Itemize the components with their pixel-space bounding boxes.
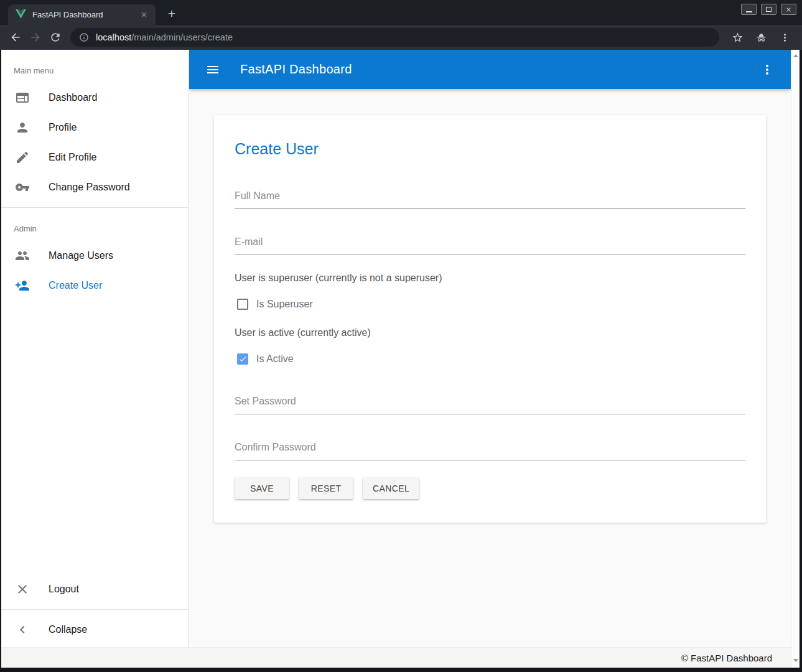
page-viewport: Main menu Dashboard Profile Edit Profile…: [1, 50, 800, 668]
sidebar-item-label: Profile: [49, 122, 77, 133]
sidebar-item-create-user[interactable]: Create User: [1, 271, 188, 301]
kebab-menu-icon: [760, 62, 775, 77]
sidebar-item-logout[interactable]: Logout: [1, 574, 188, 604]
url-host: localhost: [96, 32, 131, 42]
tab-title: FastAPI Dashboard: [32, 10, 132, 19]
confirm-password-field-wrap: [235, 438, 745, 460]
form-buttons: SAVE RESET CANCEL: [235, 477, 745, 499]
back-button[interactable]: [7, 29, 24, 46]
close-icon: [785, 6, 792, 13]
sidebar-item-label: Dashboard: [49, 92, 97, 103]
vue-logo-icon: [16, 9, 26, 20]
set-password-field-wrap: [235, 392, 745, 414]
person-add-icon: [15, 278, 30, 293]
sidebar-item-dashboard[interactable]: Dashboard: [1, 83, 188, 113]
maximize-icon: [766, 7, 772, 12]
browser-toolbar: localhost/main/admin/users/create: [0, 25, 802, 50]
sidebar-section-header: Main menu: [14, 66, 175, 75]
sidebar-item-edit-profile[interactable]: Edit Profile: [1, 142, 188, 172]
checkbox-box-icon: [237, 353, 248, 365]
email-input[interactable]: [235, 233, 745, 255]
active-note: User is active (currently active): [235, 327, 745, 338]
sidebar-item-profile[interactable]: Profile: [1, 113, 188, 142]
bookmark-star-button[interactable]: [729, 29, 745, 45]
page-title: Create User: [235, 140, 745, 158]
content-area: Create User User is superuser (currently…: [189, 89, 791, 647]
window-controls: [741, 4, 796, 15]
browser-chrome: FastAPI Dashboard +: [0, 0, 802, 50]
set-password-input[interactable]: [235, 392, 745, 414]
vertical-scrollbar[interactable]: [791, 50, 800, 668]
sidebar-divider: [1, 609, 188, 610]
sidebar-item-label: Manage Users: [49, 250, 113, 261]
sidebar-item-label: Change Password: [49, 182, 130, 193]
browser-menu-button[interactable]: [776, 29, 793, 45]
minimize-icon: [746, 11, 752, 12]
sidebar-item-collapse[interactable]: Collapse: [1, 615, 188, 645]
chevron-left-icon: [15, 622, 30, 637]
is-superuser-checkbox[interactable]: Is Superuser: [235, 299, 313, 310]
sidebar-item-label: Logout: [49, 584, 79, 595]
tab-close-button[interactable]: [138, 9, 149, 21]
create-user-card: Create User User is superuser (currently…: [214, 115, 766, 523]
incognito-button[interactable]: [753, 29, 769, 45]
app-bar: FastAPI Dashboard: [189, 50, 791, 89]
person-icon: [15, 120, 30, 135]
url-text: localhost/main/admin/users/create: [96, 32, 233, 42]
sidebar-item-manage-users[interactable]: Manage Users: [1, 241, 188, 271]
email-field-wrap: [235, 233, 745, 255]
close-icon: [140, 11, 148, 19]
check-icon: [238, 355, 247, 363]
arrow-forward-icon: [29, 31, 42, 44]
address-bar[interactable]: localhost/main/admin/users/create: [70, 28, 719, 47]
star-icon: [732, 32, 744, 44]
hamburger-menu-button[interactable]: [205, 62, 221, 78]
save-button[interactable]: SAVE: [235, 477, 289, 499]
reset-button[interactable]: RESET: [299, 477, 353, 499]
main-area: FastAPI Dashboard Create User User is su…: [189, 50, 791, 647]
tab-strip: FastAPI Dashboard +: [0, 0, 802, 25]
kebab-menu-icon: [779, 32, 791, 44]
sidebar-item-label: Collapse: [49, 624, 87, 635]
checkbox-label: Is Active: [256, 353, 294, 365]
browser-window: FastAPI Dashboard +: [0, 0, 802, 672]
full-name-field-wrap: [235, 187, 745, 209]
sidebar-item-label: Edit Profile: [49, 152, 96, 163]
refresh-button[interactable]: [47, 29, 64, 46]
maximize-button[interactable]: [761, 4, 776, 15]
sidebar-section-header: Admin: [14, 224, 175, 233]
forward-button[interactable]: [27, 29, 44, 46]
arrow-back-icon: [9, 31, 22, 44]
people-icon: [15, 248, 30, 263]
scroll-down-arrow-icon[interactable]: [793, 659, 798, 662]
cancel-button[interactable]: CANCEL: [363, 477, 419, 499]
minimize-button[interactable]: [741, 4, 757, 15]
app-title: FastAPI Dashboard: [240, 62, 352, 77]
app-menu-button[interactable]: [759, 62, 775, 78]
checkbox-label: Is Superuser: [256, 299, 313, 310]
new-tab-button[interactable]: +: [163, 5, 180, 22]
browser-tab[interactable]: FastAPI Dashboard: [8, 4, 156, 25]
copyright-text: © FastAPI Dashboard: [681, 653, 772, 663]
key-icon: [15, 180, 30, 195]
sidebar: Main menu Dashboard Profile Edit Profile…: [1, 50, 189, 647]
confirm-password-input[interactable]: [235, 438, 745, 460]
close-window-button[interactable]: [781, 4, 796, 15]
info-icon: [79, 32, 89, 42]
superuser-note: User is superuser (currently is not a su…: [235, 273, 745, 284]
scroll-up-arrow-icon[interactable]: [793, 54, 798, 57]
dashboard-icon: [15, 90, 30, 105]
pencil-icon: [15, 150, 30, 165]
full-name-input[interactable]: [235, 187, 745, 209]
refresh-icon: [49, 31, 62, 44]
is-active-checkbox[interactable]: Is Active: [235, 353, 294, 365]
page-footer: © FastAPI Dashboard: [1, 647, 791, 668]
sidebar-item-label: Create User: [49, 280, 102, 291]
checkbox-box-icon: [237, 299, 248, 310]
close-icon: [15, 582, 30, 597]
sidebar-item-change-password[interactable]: Change Password: [1, 172, 188, 202]
sidebar-spacer: [1, 301, 188, 574]
hamburger-icon: [205, 62, 220, 77]
incognito-icon: [755, 32, 767, 44]
sidebar-divider: [1, 207, 188, 208]
